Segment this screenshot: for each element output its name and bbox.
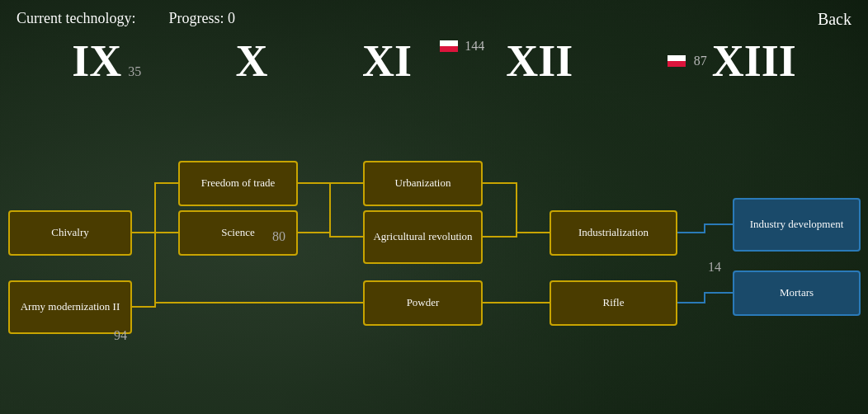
era-numeral-XI: XI [362, 39, 412, 83]
era-col-XI: XI [362, 39, 412, 83]
tech-node-army-mod[interactable]: Army modernization II [8, 280, 132, 334]
era-col-IX: IX 35 [72, 39, 141, 83]
header: Current technology: Progress: 0 Back [0, 0, 868, 37]
era-flag-count-XII: 144 [465, 39, 484, 54]
tech-node-industry-dev[interactable]: Industry development [733, 198, 861, 252]
era-numeral-XIII: XIII [712, 39, 796, 83]
era-numeral-IX: IX [72, 39, 121, 83]
back-button[interactable]: Back [818, 10, 851, 29]
current-tech-label: Current technology: [17, 10, 135, 27]
map-number-80: 80 [272, 229, 285, 244]
era-col-XIII: 87 XIII [668, 39, 796, 83]
tech-node-powder[interactable]: Powder [363, 280, 483, 326]
map-number-94: 94 [114, 328, 127, 343]
era-col-X: X [236, 39, 268, 83]
tech-node-chivalry[interactable]: Chivalry [8, 210, 132, 256]
era-badge-IX: 35 [128, 64, 141, 79]
flag-icon-XII [440, 40, 458, 52]
ui-layer: Current technology: Progress: 0 Back IX … [0, 0, 868, 414]
tech-node-rifle[interactable]: Rifle [550, 280, 677, 326]
tech-node-urbanization[interactable]: Urbanization [363, 161, 483, 206]
era-numeral-X: X [236, 39, 268, 83]
map-number-14: 14 [708, 260, 721, 275]
tech-node-freedom-trade[interactable]: Freedom of trade [178, 161, 298, 206]
flag-icon-XIII [668, 55, 686, 67]
era-col-XII: 144 XII [506, 39, 573, 83]
era-numeral-XII: XII [506, 39, 573, 83]
tech-node-agri-rev[interactable]: Agricultural revolution [363, 210, 483, 264]
era-row: IX 35 X XI 144 XII 87 [0, 39, 868, 83]
progress-label: Progress: 0 [168, 10, 235, 27]
tech-node-industrialization[interactable]: Industrialization [550, 210, 677, 256]
era-badge-XIII: 87 [694, 54, 707, 68]
tech-node-mortars[interactable]: Mortars [733, 271, 861, 316]
tech-tree-container: Chivalry Army modernization II Freedom o… [0, 115, 868, 379]
